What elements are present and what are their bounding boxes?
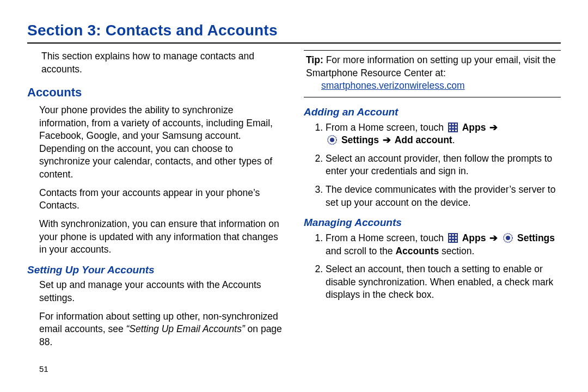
svg-rect-19: [449, 240, 451, 242]
add-account-label: Add account: [395, 134, 452, 145]
managing-step-2: Select an account, then touch a setting …: [326, 263, 561, 302]
right-column: Tip: For more information on setting up …: [304, 50, 561, 354]
svg-point-11: [330, 138, 334, 142]
tip-box: Tip: For more information on setting up …: [304, 50, 561, 97]
svg-rect-18: [455, 237, 457, 238]
heading-adding-account: Adding an Account: [304, 105, 561, 119]
apps-label: Apps: [462, 122, 486, 133]
title-rule: [27, 42, 561, 44]
heading-accounts: Accounts: [27, 84, 284, 101]
svg-rect-17: [452, 237, 454, 238]
adding-step-1: From a Home screen, touch Apps ➔ Setting…: [326, 121, 561, 147]
intro-text: This section explains how to manage cont…: [41, 50, 284, 76]
svg-rect-8: [452, 130, 454, 131]
accounts-para-1: Your phone provides the ability to synch…: [39, 104, 284, 181]
adding-steps: From a Home screen, touch Apps ➔ Setting…: [304, 121, 561, 210]
svg-rect-2: [452, 124, 454, 125]
tip-label: Tip:: [306, 54, 323, 65]
page-number: 51: [39, 364, 48, 373]
svg-rect-1: [449, 124, 451, 125]
apps-label: Apps: [462, 232, 486, 243]
adding-step-1-text-a: From a Home screen, touch: [326, 122, 446, 133]
heading-managing-accounts: Managing Accounts: [304, 216, 561, 230]
svg-rect-9: [455, 130, 457, 131]
svg-rect-20: [452, 240, 454, 242]
settings-icon: [327, 135, 337, 145]
svg-rect-14: [452, 234, 454, 236]
managing-step-1: From a Home screen, touch Apps ➔ Setting…: [326, 232, 561, 258]
svg-rect-7: [449, 130, 451, 131]
svg-rect-6: [455, 126, 457, 128]
settings-label: Settings: [341, 134, 379, 145]
tip-body: For more information on setting up your …: [306, 54, 556, 78]
section-title: Section 3: Contacts and Accounts: [27, 22, 561, 39]
managing-step-1-text-c: section.: [439, 246, 474, 256]
svg-rect-15: [455, 234, 457, 236]
svg-rect-3: [455, 124, 457, 125]
svg-rect-21: [455, 240, 457, 242]
settings-icon: [503, 233, 513, 243]
heading-setting-up: Setting Up Your Accounts: [27, 263, 284, 277]
accounts-para-2: Contacts from your accounts appear in yo…: [39, 187, 284, 212]
accounts-para-3: With synchronization, you can ensure tha…: [39, 218, 284, 256]
managing-step-1-text-b: and scroll to the: [326, 246, 395, 256]
arrow-icon: ➔: [382, 134, 392, 145]
adding-step-3: The device communicates with the provide…: [326, 183, 561, 209]
arrow-icon: ➔: [488, 122, 499, 133]
svg-rect-16: [449, 237, 451, 238]
settings-label: Settings: [517, 232, 555, 243]
apps-icon: [448, 122, 458, 132]
managing-steps: From a Home screen, touch Apps ➔ Setting…: [304, 232, 561, 302]
adding-step-2: Select an account provider, then follow …: [326, 152, 561, 178]
apps-icon: [448, 233, 458, 243]
svg-point-23: [506, 236, 510, 240]
cross-reference[interactable]: “Setting Up Email Accounts”: [126, 323, 245, 334]
accounts-word: Accounts: [395, 246, 439, 256]
setup-para-1: Set up and manage your accounts with the…: [39, 279, 284, 304]
svg-rect-4: [449, 126, 451, 128]
managing-step-1-text-a: From a Home screen, touch: [326, 232, 446, 243]
svg-rect-5: [452, 126, 454, 128]
svg-rect-13: [449, 234, 451, 236]
left-column: This section explains how to manage cont…: [27, 50, 284, 354]
arrow-icon: ➔: [488, 232, 499, 243]
tip-link[interactable]: smartphones.verizonwireless.com: [321, 80, 465, 91]
setup-para-2: For information about setting up other, …: [39, 310, 284, 349]
